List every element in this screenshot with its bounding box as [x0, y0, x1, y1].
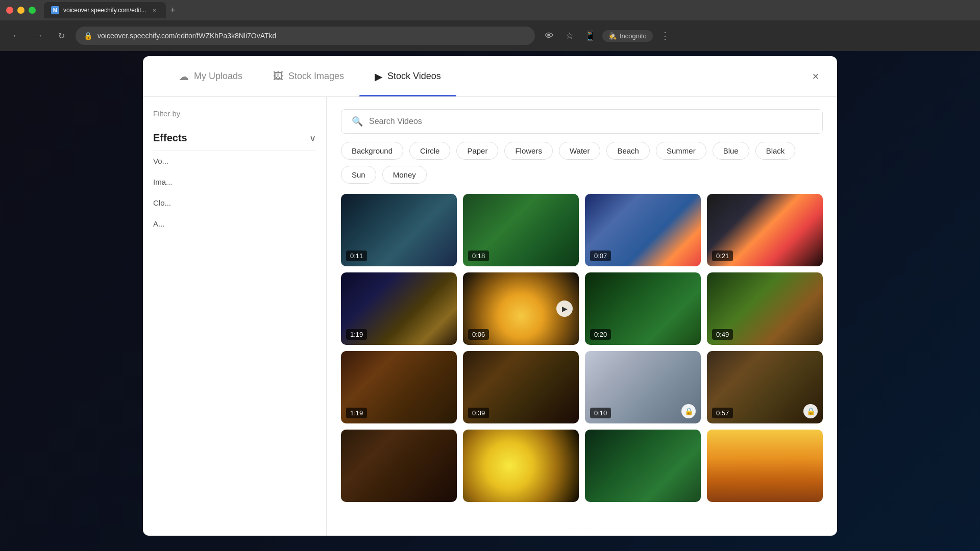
browser-titlebar: M voiceover.speechify.com/edit... × + — [0, 0, 980, 20]
video-card-2[interactable]: 0:18 — [463, 194, 579, 266]
more-menu-btn[interactable]: ⋮ — [657, 28, 673, 44]
video-grid-container: 0:11 0:18 0:07 0:21 1:19 — [327, 194, 837, 536]
tab-favicon: M — [51, 6, 59, 14]
filter-tag-blue[interactable]: Blue — [713, 142, 749, 160]
window-controls — [6, 7, 36, 14]
browser-chrome: M voiceover.speechify.com/edit... × + ← … — [0, 0, 980, 51]
sidebar-item-images[interactable]: Ima... — [153, 171, 316, 192]
tab-stock-videos[interactable]: ▶ Stock Videos — [359, 56, 456, 96]
back-btn[interactable]: ← — [8, 28, 24, 44]
video-duration-2: 0:18 — [468, 251, 489, 261]
tab-my-uploads[interactable]: ☁ My Uploads — [163, 56, 258, 96]
browser-tab-active[interactable]: M voiceover.speechify.com/edit... × — [44, 2, 166, 18]
filter-tag-money[interactable]: Money — [382, 166, 427, 184]
filter-tag-flowers[interactable]: Flowers — [504, 142, 553, 160]
filter-tag-summer[interactable]: Summer — [656, 142, 706, 160]
eye-off-icon[interactable]: 👁 — [541, 28, 557, 44]
close-window-btn[interactable] — [6, 7, 13, 14]
video-card-5[interactable]: 1:19 — [341, 272, 457, 345]
refresh-btn[interactable]: ↻ — [53, 28, 69, 44]
new-tab-btn[interactable]: + — [166, 3, 180, 17]
modal: ☁ My Uploads 🖼 Stock Images ▶ Stock Vide… — [143, 56, 837, 536]
video-duration-12: 0:57 — [712, 408, 733, 418]
video-card-12[interactable]: 0:57 🔒 — [707, 351, 823, 423]
tab-bar: M voiceover.speechify.com/edit... × + — [44, 0, 974, 20]
star-icon[interactable]: ☆ — [561, 28, 578, 44]
incognito-label: Incognito — [620, 32, 647, 40]
video-duration-10: 0:39 — [468, 408, 489, 418]
modal-close-btn[interactable]: × — [806, 67, 825, 86]
filter-tags: Background Circle Paper Flowers Water Be… — [327, 142, 837, 194]
tab-title: voiceover.speechify.com/edit... — [63, 7, 146, 14]
modal-header: ☁ My Uploads 🖼 Stock Images ▶ Stock Vide… — [143, 56, 837, 97]
video-card-6[interactable]: 0:06 ▶ — [463, 272, 579, 345]
maximize-window-btn[interactable] — [29, 7, 36, 14]
effects-chevron-icon: ∨ — [309, 133, 316, 144]
sidebar-clone-label: Clo... — [153, 198, 171, 207]
video-card-14[interactable] — [463, 430, 579, 502]
video-lock-badge-12: 🔒 — [803, 404, 818, 418]
video-duration-3: 0:07 — [590, 251, 611, 261]
video-duration-1: 0:11 — [346, 251, 367, 261]
video-card-11[interactable]: 0:10 🔒 — [585, 351, 701, 423]
minimize-window-btn[interactable] — [17, 7, 24, 14]
filter-tag-black[interactable]: Black — [755, 142, 796, 160]
tab-close-btn[interactable]: × — [151, 6, 159, 14]
search-bar-area: 🔍 — [327, 97, 837, 142]
device-icon[interactable]: 📱 — [582, 28, 598, 44]
sidebar-ai-label: A... — [153, 219, 165, 228]
search-icon: 🔍 — [352, 116, 363, 127]
image-icon: 🖼 — [273, 70, 283, 82]
video-card-3[interactable]: 0:07 — [585, 194, 701, 266]
search-input[interactable] — [369, 117, 812, 126]
sidebar-item-ai[interactable]: A... — [153, 213, 316, 234]
upload-icon: ☁ — [179, 70, 189, 83]
incognito-icon: 🕵 — [608, 32, 617, 40]
video-card-4[interactable]: 0:21 — [707, 194, 823, 266]
tab-stock-images[interactable]: 🖼 Stock Images — [258, 56, 359, 96]
tab-stock-images-label: Stock Images — [288, 71, 344, 82]
filter-tag-paper[interactable]: Paper — [456, 142, 498, 160]
video-duration-6: 0:06 — [468, 329, 489, 340]
video-card-16[interactable] — [707, 430, 823, 502]
browser-toolbar: ← → ↻ 🔒 voiceover.speechify.com/editor/f… — [0, 20, 980, 51]
video-duration-5: 1:19 — [346, 329, 367, 340]
video-card-7[interactable]: 0:20 — [585, 272, 701, 345]
video-lock-badge-11: 🔒 — [681, 404, 696, 418]
video-card-8[interactable]: 0:49 — [707, 272, 823, 345]
filter-by-label: Filter by — [153, 109, 316, 118]
tab-my-uploads-label: My Uploads — [194, 71, 242, 82]
address-text: voiceover.speechify.com/editor/fWZKhPa3k… — [97, 32, 276, 40]
address-bar[interactable]: 🔒 voiceover.speechify.com/editor/fWZKhPa… — [76, 27, 535, 45]
video-card-9[interactable]: 1:19 — [341, 351, 457, 423]
filter-tag-circle[interactable]: Circle — [409, 142, 450, 160]
forward-btn[interactable]: → — [31, 28, 47, 44]
video-card-15[interactable] — [585, 430, 701, 502]
filter-tag-beach[interactable]: Beach — [606, 142, 650, 160]
video-play-overlay-6[interactable]: ▶ — [556, 300, 573, 317]
filter-tag-background[interactable]: Background — [341, 142, 403, 160]
sidebar-item-clone[interactable]: Clo... — [153, 192, 316, 213]
search-bar[interactable]: 🔍 — [341, 109, 823, 134]
video-duration-8: 0:49 — [712, 329, 733, 340]
modal-content: 🔍 Background Circle Paper Flowers Water … — [327, 97, 837, 536]
sidebar-item-voice[interactable]: Vo... — [153, 151, 316, 171]
modal-body: Filter by Effects ∨ Vo... Ima... Clo... … — [143, 97, 837, 536]
effects-label: Effects — [153, 132, 187, 144]
modal-sidebar: Filter by Effects ∨ Vo... Ima... Clo... … — [143, 97, 327, 536]
modal-overlay: ☁ My Uploads 🖼 Stock Images ▶ Stock Vide… — [0, 51, 980, 551]
sidebar-voice-label: Vo... — [153, 157, 168, 165]
video-card-13[interactable] — [341, 430, 457, 502]
video-duration-4: 0:21 — [712, 251, 733, 261]
incognito-badge: 🕵 Incognito — [602, 30, 653, 42]
address-lock-icon: 🔒 — [84, 32, 92, 40]
video-icon: ▶ — [375, 70, 382, 83]
video-card-1[interactable]: 0:11 — [341, 194, 457, 266]
video-card-10[interactable]: 0:39 — [463, 351, 579, 423]
video-duration-11: 0:10 — [590, 408, 611, 418]
effects-filter-section[interactable]: Effects ∨ — [153, 126, 316, 151]
sidebar-images-label: Ima... — [153, 178, 173, 186]
filter-tag-water[interactable]: Water — [559, 142, 600, 160]
filter-tag-sun[interactable]: Sun — [341, 166, 376, 184]
toolbar-actions: 👁 ☆ 📱 🕵 Incognito ⋮ — [541, 28, 673, 44]
